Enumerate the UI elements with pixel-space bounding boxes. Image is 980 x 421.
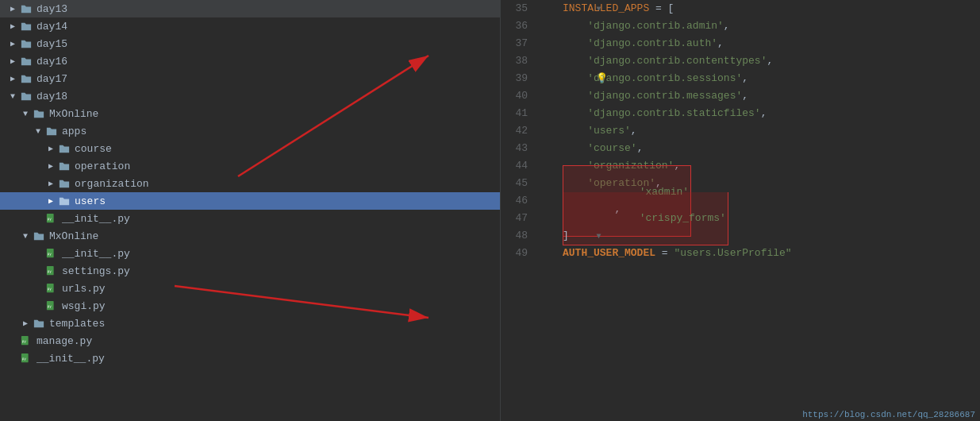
svg-text:py: py (48, 304, 52, 308)
tree-item-templates[interactable]: ▶ templates (0, 315, 500, 332)
code-token: , (742, 87, 748, 105)
code-line-49: AUTH_USER_MODEL = "users.UserProfile" (547, 245, 980, 262)
svg-text:py: py (48, 252, 52, 256)
collapse-arrow: ▼ (19, 110, 32, 118)
folder-icon (19, 21, 33, 32)
code-token: ] (563, 227, 569, 245)
folder-icon (19, 56, 33, 67)
code-token: 'django.contrib.sessions' (563, 70, 742, 87)
tree-label: wsgi.py (62, 300, 500, 312)
tree-label: __init__.py (62, 248, 500, 260)
tree-item-mxonline1[interactable]: ▼ MxOnline (0, 105, 500, 122)
python-file-icon: py (44, 300, 59, 311)
tree-label: day14 (37, 21, 500, 33)
tree-item-init3[interactable]: py __init__.py (0, 350, 500, 367)
code-line-42: 'users' , (547, 122, 980, 140)
svg-text:py: py (22, 357, 27, 361)
tree-item-day14[interactable]: ▶ day14 (0, 17, 500, 35)
collapse-arrow: ▶ (44, 179, 57, 188)
code-token: 'users' (563, 122, 631, 140)
tree-item-day18[interactable]: ▼ day18 (0, 87, 500, 105)
line-num-38: 38 (501, 52, 534, 70)
svg-text:py: py (48, 269, 52, 273)
line-num-41: 41 (501, 105, 534, 122)
code-token: = [ (649, 0, 674, 17)
line-num-36: 36 (501, 17, 534, 35)
collapse-arrow: ▶ (6, 4, 19, 14)
collapse-arrow: ▶ (44, 144, 57, 153)
tree-label: __init__.py (62, 213, 500, 225)
tree-item-day15[interactable]: ▶ day15 (0, 35, 500, 52)
collapse-arrow: ▶ (6, 39, 19, 48)
collapse-arrow: ▶ (6, 74, 19, 83)
collapse-arrow: ▼ (6, 92, 19, 101)
folder-icon (19, 91, 33, 102)
code-token: "users.UserProfile" (674, 245, 791, 262)
svg-text:py: py (48, 217, 52, 221)
code-token: 'django.contrib.staticfiles' (563, 105, 761, 122)
line-num-44: 44 (501, 157, 534, 175)
tree-label: operation (75, 160, 500, 172)
code-line-38: 'django.contrib.contenttypes' , (547, 52, 980, 70)
tree-label: course (75, 143, 500, 155)
folder-icon (32, 230, 46, 241)
tree-item-init1[interactable]: py __init__.py (0, 210, 500, 227)
folder-icon (57, 160, 71, 172)
tree-label: settings.py (62, 265, 500, 277)
folder-icon (57, 195, 71, 207)
tree-item-day17[interactable]: ▶ day17 (0, 70, 500, 87)
tree-item-mxonline2[interactable]: ▼ MxOnline (0, 227, 500, 245)
folder-icon (19, 3, 33, 14)
code-line-40: 'django.contrib.messages' , (547, 87, 980, 105)
tree-item-day13[interactable]: ▶ day13 (0, 0, 500, 17)
tree-item-organization[interactable]: ▶ organization (0, 175, 500, 192)
tree-label: users (75, 195, 500, 207)
code-line-36: 'django.contrib.admin' , (547, 17, 980, 35)
file-tree-panel: ▶ day13 ▶ day14 ▶ day15 ▶ day16 ▶ (0, 0, 500, 421)
tree-item-settings[interactable]: py settings.py (0, 262, 500, 280)
python-file-icon: py (19, 335, 33, 346)
code-token: , (742, 70, 748, 87)
url-text: https://blog.csdn.net/qq_28286687 (802, 410, 975, 419)
tree-item-urls[interactable]: py urls.py (0, 280, 500, 297)
tree-item-operation[interactable]: ▶ operation (0, 157, 500, 175)
code-token: = (655, 245, 674, 262)
python-file-icon: py (44, 283, 59, 294)
tree-label: apps (62, 126, 500, 137)
code-token: , (637, 140, 644, 157)
line-num-35: 35 (501, 0, 534, 17)
line-num-49: 49 (501, 245, 534, 262)
tree-label: day13 (37, 3, 500, 15)
folder-icon (19, 73, 33, 84)
code-line-47: 'crispy_forms' (547, 210, 980, 227)
tree-item-course[interactable]: ▶ course (0, 140, 500, 157)
code-line-48: ▼ ] (547, 227, 980, 245)
tree-item-users[interactable]: ▶ users (0, 192, 500, 210)
code-token: 'course' (563, 140, 637, 157)
tree-label: day18 (37, 91, 500, 102)
code-line-39: 💡 'django.contrib.sessions' , (547, 70, 980, 87)
folder-icon (44, 126, 59, 137)
folder-icon (32, 318, 46, 329)
collapse-arrow: ▼ (32, 127, 44, 136)
code-content: ▼ INSTALLED_APPS = [ 'django.contrib.adm… (540, 0, 980, 421)
tree-item-managepy[interactable]: py manage.py (0, 332, 500, 350)
tree-label: organization (75, 178, 500, 190)
code-token: 'django.contrib.messages' (563, 87, 742, 105)
python-file-icon: py (44, 265, 59, 276)
code-line-43: 'course' , (547, 140, 980, 157)
folder-icon (32, 108, 46, 119)
tree-label: day16 (37, 56, 500, 68)
code-editor-panel: 35 36 37 38 39 40 41 42 43 44 45 46 47 4… (500, 0, 980, 421)
code-token: 'django.contrib.contenttypes' (563, 52, 767, 70)
tree-label: manage.py (37, 335, 500, 347)
tree-item-wsgi[interactable]: py wsgi.py (0, 297, 500, 315)
code-token: AUTH_USER_MODEL (563, 245, 655, 262)
folder-icon (57, 178, 71, 189)
code-line-41: 'django.contrib.staticfiles' , (547, 105, 980, 122)
tree-label: urls.py (62, 283, 500, 295)
tree-item-day16[interactable]: ▶ day16 (0, 52, 500, 70)
tree-item-init2[interactable]: py __init__.py (0, 245, 500, 262)
code-token: 'crispy_forms' (614, 212, 725, 224)
tree-item-apps[interactable]: ▼ apps (0, 122, 500, 140)
